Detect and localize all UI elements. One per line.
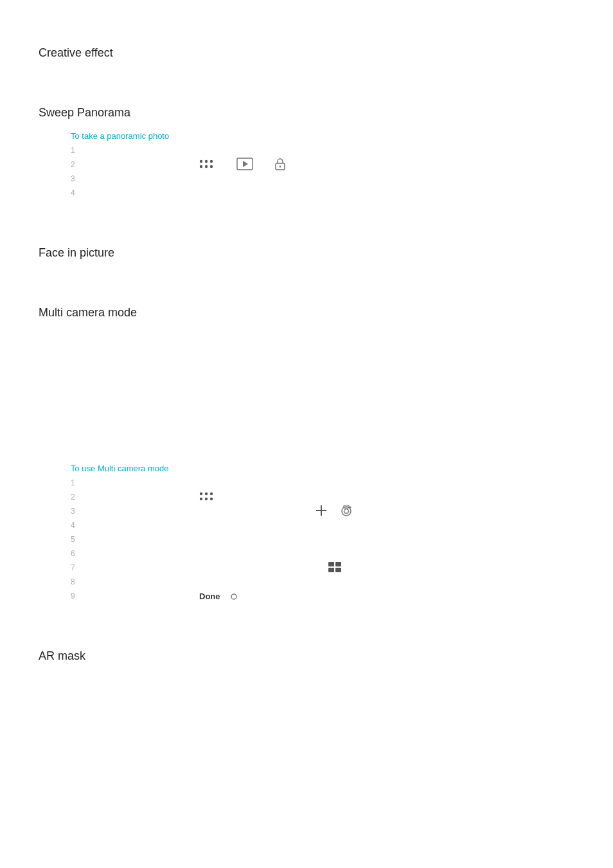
circle-small-icon [231,591,237,602]
svg-point-21 [350,506,351,508]
ar-mask-section: AR mask [39,649,574,663]
svg-rect-25 [335,568,341,572]
step-num-1: 1 [71,143,84,158]
step-num-4: 4 [71,186,84,200]
multi-step-num-4: 4 [71,518,84,532]
multi-step-num-7: 7 [71,561,84,575]
done-label: Done [199,592,220,601]
multi-step-4-row [84,518,574,532]
face-in-picture-section: Face in picture [39,246,574,260]
creative-effect-section: Creative effect [39,46,574,60]
svg-rect-23 [335,562,341,566]
multi-step-num-9: 9 [71,589,84,603]
svg-point-15 [210,497,213,500]
sweep-panorama-section: Sweep Panorama To take a panoramic photo… [39,106,574,200]
multi-step-9-row: Done [84,589,574,603]
svg-point-11 [205,492,208,494]
creative-effect-title: Creative effect [39,46,574,60]
svg-rect-24 [328,568,334,572]
svg-point-5 [210,165,213,167]
multi-icons: Done [84,476,574,603]
multi-step-7-row [84,561,574,575]
multi-step-8-row [84,575,574,589]
multi-step-2-row [84,490,574,504]
multi-camera-link[interactable]: To use Multi camera mode [71,464,574,473]
step-2-row [84,158,574,172]
svg-point-13 [200,497,202,500]
multi-step-5-row [84,532,574,547]
svg-point-4 [205,165,208,167]
svg-point-9 [280,165,281,167]
multi-step-num-5: 5 [71,532,84,547]
multi-dots-icon [199,491,213,503]
step-4-row [84,186,574,200]
multi-step-num-2: 2 [71,490,84,504]
panorama-step-numbers: 1 2 3 4 [71,143,84,200]
face-in-picture-title: Face in picture [39,246,574,260]
step-1-row [84,143,574,158]
multi-step-numbers: 1 2 3 4 5 6 7 8 9 [71,476,84,603]
multi-step-1-row [84,476,574,490]
step-num-3: 3 [71,172,84,186]
svg-point-10 [200,492,202,494]
plus-icon [315,504,328,519]
multi-step-num-1: 1 [71,476,84,490]
multi-camera-icon [339,503,353,520]
page: Creative effect Sweep Panorama To take a… [0,0,613,695]
svg-point-12 [210,492,213,494]
multi-step-6-row [84,547,574,561]
grid-icon [328,561,342,575]
multi-camera-section: Multi camera mode To use Multi camera mo… [39,306,574,603]
svg-rect-22 [328,562,334,566]
sweep-panorama-title: Sweep Panorama [39,106,574,120]
multi-step-num-8: 8 [71,575,84,589]
svg-point-1 [205,159,208,162]
ar-mask-title: AR mask [39,649,574,663]
svg-point-0 [200,159,202,162]
step-3-row [84,172,574,186]
arrow-right-icon [236,158,253,172]
svg-point-19 [344,509,349,513]
multi-step-num-6: 6 [71,547,84,561]
svg-point-14 [205,497,208,500]
svg-point-26 [231,594,236,599]
step-num-2: 2 [71,158,84,172]
svg-point-2 [210,159,213,162]
lock-icon [274,157,287,173]
multi-step-3-row [84,504,574,518]
panorama-link[interactable]: To take a panoramic photo [71,131,574,141]
dots-icon [199,159,213,171]
multi-step-num-3: 3 [71,504,84,518]
multi-camera-title: Multi camera mode [39,306,574,320]
svg-marker-7 [243,161,248,167]
svg-point-3 [200,165,202,167]
panorama-icons [84,143,574,200]
